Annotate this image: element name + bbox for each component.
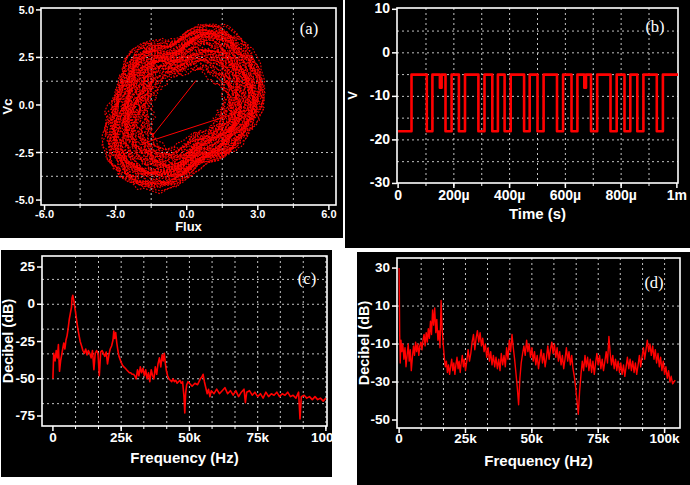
x-tick-label: 6.0 xyxy=(321,208,336,220)
x-tick-label: 3.0 xyxy=(250,208,265,220)
x-tick-label: 75k xyxy=(587,431,610,446)
y-tick-label: -10 xyxy=(370,336,390,351)
x-tick-label: 200µ xyxy=(438,187,469,203)
x-axis-label: Frequency (Hz) xyxy=(130,449,238,466)
y-axis-label: V xyxy=(345,91,360,100)
four-panel-figure: -6.0-3.00.03.06.05.02.50.0-2.5-5.0FluxVc… xyxy=(0,0,690,485)
x-tick-label: -6.0 xyxy=(35,208,54,220)
y-tick-label: 25 xyxy=(20,259,36,274)
panel-a-phase-portrait: -6.0-3.00.03.06.05.02.50.0-2.5-5.0FluxVc… xyxy=(0,0,343,238)
y-tick-label: 0 xyxy=(27,296,35,311)
x-tick-label: 75k xyxy=(246,430,269,445)
x-axis-label: Flux xyxy=(175,219,202,234)
x-axis-label: Frequency (Hz) xyxy=(484,452,592,469)
y-tick-label: -2.5 xyxy=(15,147,34,159)
panel-b-plot: 0200µ400µ600µ800µ1m100-10-20-30Time (s)V… xyxy=(345,0,690,248)
data-trace xyxy=(398,75,678,132)
y-tick-label: -50 xyxy=(15,371,35,386)
y-tick-label: 5.0 xyxy=(19,4,34,16)
x-tick-label: 800µ xyxy=(605,187,636,203)
y-tick-label: -25 xyxy=(15,334,35,349)
y-axis-label: Vc xyxy=(0,99,15,115)
y-tick-label: -10 xyxy=(370,87,390,103)
panel-letter: (b) xyxy=(645,17,664,36)
y-tick-label: 10 xyxy=(375,298,390,313)
x-tick-label: 1m xyxy=(667,187,687,203)
x-tick-label: 25k xyxy=(454,431,477,446)
y-tick-label: -30 xyxy=(370,174,390,190)
panel-d-plot: 025k50k75k100k3010-10-30-50Frequency (Hz… xyxy=(357,252,690,485)
x-tick-label: 0 xyxy=(395,431,403,446)
x-tick-label: 400µ xyxy=(494,187,525,203)
x-tick-label: 600µ xyxy=(550,187,581,203)
y-tick-label: -50 xyxy=(370,412,390,427)
attractor-trajectories xyxy=(102,24,265,194)
y-tick-label: 30 xyxy=(375,260,390,275)
y-tick-label: 0.0 xyxy=(19,99,34,111)
y-axis-label: Decibel (dB) xyxy=(357,301,372,386)
panel-letter: (a) xyxy=(300,19,318,38)
y-tick-label: -75 xyxy=(15,408,35,423)
x-tick-label: -3.0 xyxy=(106,208,125,220)
y-tick-label: 2.5 xyxy=(19,51,34,63)
x-tick-label: 50k xyxy=(521,431,544,446)
x-axis-label: Time (s) xyxy=(509,205,566,222)
panel-b-waveform: 0200µ400µ600µ800µ1m100-10-20-30Time (s)V… xyxy=(345,0,690,248)
y-tick-label: -30 xyxy=(370,374,390,389)
data-trace xyxy=(399,268,675,414)
y-axis-label: Decibel (dB) xyxy=(1,299,16,384)
x-tick-label: 25k xyxy=(110,430,133,445)
x-tick-label: 100k xyxy=(650,431,681,446)
y-tick-label: 10 xyxy=(374,0,390,16)
y-tick-label: -20 xyxy=(370,131,390,147)
x-tick-label: 50k xyxy=(178,430,201,445)
panel-letter: (d) xyxy=(644,273,663,292)
x-tick-label: 0 xyxy=(394,187,402,203)
y-tick-label: -5.0 xyxy=(15,194,34,206)
panel-a-plot: -6.0-3.00.03.06.05.02.50.0-2.5-5.0FluxVc… xyxy=(0,0,343,238)
panel-c-plot: 025k50k75k100k250-25-50-75Frequency (Hz)… xyxy=(1,250,332,477)
panel-letter: (c) xyxy=(298,269,316,288)
panel-c-spectrum: 025k50k75k100k250-25-50-75Frequency (Hz)… xyxy=(1,250,332,477)
x-tick-label: 0 xyxy=(49,430,57,445)
panel-d-spectrum: 025k50k75k100k3010-10-30-50Frequency (Hz… xyxy=(357,252,690,485)
x-tick-label: 100k xyxy=(311,430,332,445)
y-tick-label: 0 xyxy=(382,44,390,60)
